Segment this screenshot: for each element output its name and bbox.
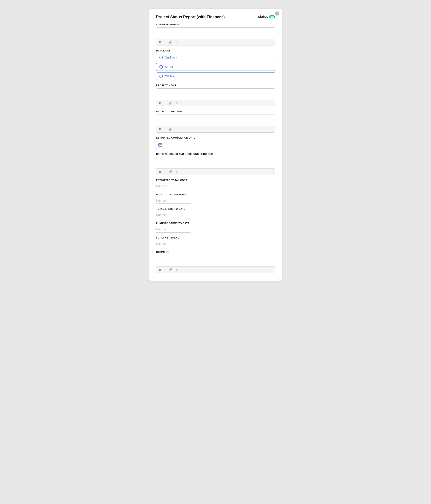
brand-logo: status net <box>258 15 275 19</box>
comment-toolbar: B I 🔗 ☺ <box>156 266 275 273</box>
required-star: * <box>179 23 180 26</box>
project-director-italic-btn[interactable]: I <box>164 127 166 131</box>
critical-issues-editor: B I 🔗 ☺ <box>156 157 275 175</box>
close-button[interactable]: × <box>275 11 279 16</box>
estimated-total-cost-group: ESTIMATED TOTAL COST <box>156 179 275 189</box>
critical-issues-emoji-btn[interactable]: ☺ <box>175 170 179 173</box>
completion-date-label: ESTIMATED COMPLETION DATE: <box>156 136 275 139</box>
current-status-input[interactable] <box>156 28 275 39</box>
project-name-link-btn[interactable]: 🔗 <box>168 101 173 105</box>
comment-emoji-btn[interactable]: ☺ <box>175 268 179 271</box>
initial-cost-estimate-group: INITIAL COST ESTIMATE <box>156 193 275 204</box>
project-name-editor: B I 🔗 ☺ <box>156 88 275 106</box>
critical-issues-toolbar: B I 🔗 ☺ <box>156 168 275 175</box>
modal-title: Project Status Report (with Finances) <box>156 15 225 19</box>
brand-name: status <box>258 15 268 19</box>
project-director-link-btn[interactable]: 🔗 <box>168 127 173 131</box>
estimated-total-cost-label: ESTIMATED TOTAL COST <box>156 179 275 181</box>
comment-input[interactable] <box>156 255 275 266</box>
current-status-label: CURRENT STATUS* <box>156 23 275 26</box>
comment-link-btn[interactable]: 🔗 <box>168 268 173 271</box>
project-director-bold-btn[interactable]: B <box>158 127 162 131</box>
project-director-editor: B I 🔗 ☺ <box>156 115 275 133</box>
planned-spend-to-date-group: PLANNED SPEND TO DATE <box>156 222 275 233</box>
forecast-spend-input[interactable] <box>156 241 191 247</box>
current-status-link-btn[interactable]: 🔗 <box>168 40 173 44</box>
current-status-editor: B I 🔗 ☺ <box>156 27 275 45</box>
critical-issues-input[interactable] <box>156 157 275 168</box>
critical-issues-label: CRITICAL ISSUES AND DECISIONS REQUIRED <box>156 153 275 155</box>
calendar-icon <box>158 143 162 147</box>
deadline-at-risk-label: At Risk <box>165 65 174 69</box>
planned-spend-to-date-input[interactable] <box>156 226 191 233</box>
deadline-on-track[interactable]: On Track <box>156 54 275 61</box>
current-status-bold-btn[interactable]: B <box>158 40 162 44</box>
modal-header: Project Status Report (with Finances) st… <box>156 15 275 19</box>
comment-bold-btn[interactable]: B <box>158 268 162 271</box>
project-director-input[interactable] <box>156 115 275 126</box>
modal-container: Project Status Report (with Finances) st… <box>149 9 282 281</box>
forecast-spend-group: FORECAST SPEND <box>156 236 275 247</box>
initial-cost-estimate-label: INITIAL COST ESTIMATE <box>156 193 275 196</box>
project-director-toolbar: B I 🔗 ☺ <box>156 126 275 132</box>
critical-issues-bold-btn[interactable]: B <box>158 170 162 173</box>
deadlines-section: DEADLINES On Track At Risk Off Track <box>156 49 275 80</box>
project-name-emoji-btn[interactable]: ☺ <box>175 101 179 105</box>
current-status-italic-btn[interactable]: I <box>164 40 166 44</box>
comment-label: COMMENT: <box>156 251 275 253</box>
date-picker-button[interactable] <box>156 141 164 149</box>
comment-italic-btn[interactable]: I <box>164 268 166 271</box>
total-spend-to-date-input[interactable] <box>156 212 191 218</box>
initial-cost-estimate-input[interactable] <box>156 198 191 204</box>
total-spend-to-date-label: TOTAL SPEND TO DATE <box>156 207 275 210</box>
deadline-off-track-radio[interactable] <box>159 75 163 78</box>
critical-issues-italic-btn[interactable]: I <box>164 170 166 173</box>
comment-editor: B I 🔗 ☺ <box>156 255 275 273</box>
deadline-off-track-label: Off Track <box>165 75 177 78</box>
deadlines-label: DEADLINES <box>156 49 275 52</box>
deadline-off-track[interactable]: Off Track <box>156 72 275 80</box>
critical-issues-link-btn[interactable]: 🔗 <box>168 170 173 173</box>
deadline-on-track-label: On Track <box>165 56 177 59</box>
deadline-on-track-radio[interactable] <box>159 56 163 59</box>
forecast-spend-label: FORECAST SPEND <box>156 236 275 239</box>
estimated-total-cost-input[interactable] <box>156 183 191 189</box>
project-name-italic-btn[interactable]: I <box>164 101 166 105</box>
project-name-label: PROJECT NAME: <box>156 84 275 87</box>
total-spend-to-date-group: TOTAL SPEND TO DATE <box>156 207 275 218</box>
project-director-emoji-btn[interactable]: ☺ <box>175 127 179 131</box>
deadline-at-risk-radio[interactable] <box>159 65 163 69</box>
modal-title-group: Project Status Report (with Finances) <box>156 15 225 19</box>
brand-badge: net <box>269 15 275 18</box>
project-director-label: PROJECT DIRECTOR: <box>156 110 275 113</box>
project-name-toolbar: B I 🔗 ☺ <box>156 100 275 106</box>
project-name-input[interactable] <box>156 89 275 100</box>
planned-spend-to-date-label: PLANNED SPEND TO DATE <box>156 222 275 225</box>
current-status-toolbar: B I 🔗 ☺ <box>156 39 275 45</box>
project-name-bold-btn[interactable]: B <box>158 101 162 105</box>
current-status-emoji-btn[interactable]: ☺ <box>175 40 179 44</box>
svg-rect-0 <box>158 144 162 146</box>
deadline-at-risk[interactable]: At Risk <box>156 63 275 71</box>
